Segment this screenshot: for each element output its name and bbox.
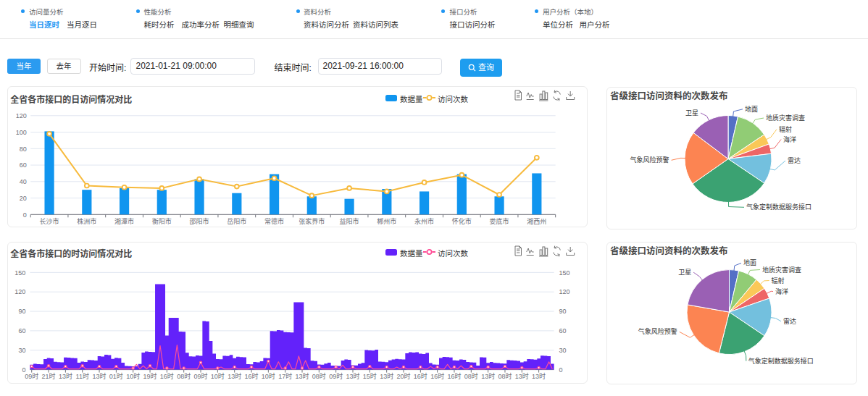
- svg-text:娄底市: 娄底市: [489, 217, 509, 225]
- svg-text:09时: 09时: [25, 372, 38, 380]
- svg-text:90: 90: [559, 308, 566, 315]
- svg-text:13时: 13时: [532, 372, 546, 380]
- svg-text:13时: 13时: [92, 372, 106, 380]
- svg-text:气象定制数据服务接口: 气象定制数据服务接口: [746, 203, 811, 211]
- svg-text:13时: 13时: [295, 372, 309, 380]
- svg-text:邵阳市: 邵阳市: [189, 217, 209, 225]
- svg-text:16时: 16时: [430, 372, 444, 380]
- svg-text:怀化市: 怀化市: [451, 217, 471, 225]
- svg-text:辐射: 辐射: [772, 277, 785, 285]
- svg-text:20时: 20时: [396, 372, 410, 380]
- svg-text:150: 150: [559, 269, 569, 277]
- svg-text:60: 60: [19, 161, 26, 169]
- svg-text:16时: 16时: [244, 372, 258, 380]
- svg-text:09时: 09时: [193, 372, 207, 380]
- svg-text:60: 60: [18, 327, 25, 334]
- svg-text:气象风险预警: 气象风险预警: [638, 328, 677, 336]
- svg-text:120: 120: [14, 288, 25, 295]
- svg-text:90: 90: [18, 308, 25, 315]
- svg-text:湘潭市: 湘潭市: [114, 217, 134, 225]
- svg-text:10时: 10时: [261, 372, 275, 380]
- svg-text:120: 120: [559, 288, 569, 295]
- svg-text:岳阳市: 岳阳市: [227, 217, 246, 225]
- svg-text:80: 80: [19, 146, 26, 153]
- svg-text:10时: 10时: [126, 372, 140, 380]
- svg-text:09时: 09时: [329, 372, 343, 380]
- svg-text:卫星: 卫星: [678, 269, 691, 277]
- svg-text:16时: 16时: [159, 372, 173, 380]
- svg-text:08时: 08时: [177, 372, 191, 380]
- svg-text:雷达: 雷达: [783, 317, 796, 325]
- svg-text:01时: 01时: [109, 372, 122, 380]
- svg-text:常德市: 常德市: [264, 217, 284, 225]
- svg-text:08时: 08时: [498, 372, 512, 380]
- svg-text:气象定制数据服务接口: 气象定制数据服务接口: [748, 357, 814, 365]
- svg-text:11时: 11时: [75, 372, 88, 380]
- svg-text:辐射: 辐射: [779, 125, 792, 133]
- svg-text:卫星: 卫星: [685, 109, 698, 117]
- svg-text:13时: 13时: [58, 372, 72, 380]
- svg-text:17时: 17时: [278, 372, 292, 380]
- svg-text:海洋: 海洋: [775, 287, 788, 295]
- svg-text:13时: 13时: [514, 372, 528, 380]
- svg-text:张家界市: 张家界市: [299, 217, 325, 225]
- svg-text:19时: 19时: [143, 372, 157, 380]
- svg-text:15时: 15时: [362, 372, 376, 380]
- svg-text:40: 40: [19, 178, 26, 185]
- svg-text:20: 20: [19, 195, 26, 202]
- svg-text:30: 30: [18, 347, 25, 354]
- svg-text:150: 150: [14, 269, 25, 277]
- svg-text:30: 30: [559, 347, 566, 354]
- svg-text:海洋: 海洋: [783, 135, 796, 143]
- svg-text:100: 100: [15, 129, 26, 136]
- svg-text:16时: 16时: [447, 372, 461, 380]
- svg-text:株洲市: 株洲市: [77, 217, 96, 225]
- svg-text:地面: 地面: [745, 105, 758, 113]
- svg-text:永州市: 永州市: [414, 217, 434, 225]
- svg-text:地质灾害调查: 地质灾害调查: [766, 114, 805, 122]
- svg-text:0: 0: [559, 366, 562, 374]
- svg-text:地质灾害调查: 地质灾害调查: [762, 266, 801, 274]
- svg-text:0: 0: [22, 211, 26, 219]
- svg-text:地面: 地面: [743, 259, 756, 267]
- svg-text:08时: 08时: [464, 372, 477, 380]
- svg-text:益阳市: 益阳市: [339, 217, 359, 225]
- svg-text:10时: 10时: [210, 372, 224, 380]
- svg-text:16时: 16时: [413, 372, 427, 380]
- svg-text:120: 120: [15, 112, 26, 119]
- svg-text:13时: 13时: [228, 372, 241, 380]
- svg-text:衡阳市: 衡阳市: [151, 217, 171, 225]
- svg-text:雷达: 雷达: [788, 156, 801, 164]
- svg-text:21时: 21时: [41, 372, 55, 380]
- svg-text:长沙市: 长沙市: [39, 217, 59, 225]
- svg-text:13时: 13时: [346, 372, 359, 380]
- svg-text:郴州市: 郴州市: [377, 217, 396, 225]
- svg-text:08时: 08时: [312, 372, 325, 380]
- svg-text:气象风险预警: 气象风险预警: [630, 156, 669, 164]
- svg-text:湘西州: 湘西州: [527, 217, 546, 225]
- svg-text:60: 60: [559, 327, 566, 334]
- svg-text:13时: 13时: [481, 372, 495, 380]
- svg-text:13时: 13时: [380, 372, 393, 380]
